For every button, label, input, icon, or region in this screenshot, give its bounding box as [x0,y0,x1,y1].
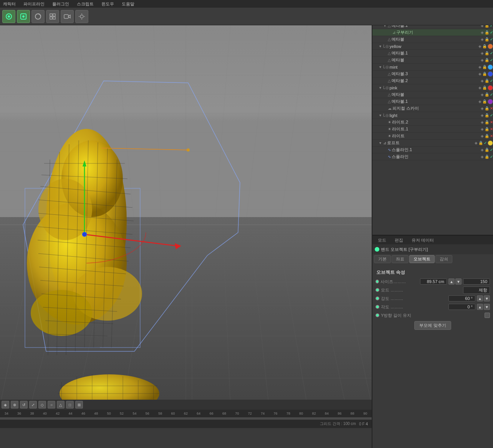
expand-loft[interactable]: ▼ [379,141,382,145]
mb-y2-check: ✓ [490,58,493,62]
tree-item-light-group[interactable]: ▼ L◎ light ◈ 🔒 ✓ [372,112,493,119]
tree-item-sky[interactable]: ☁ 피지컬 스카이 ◈ 🔒 ✕ [372,105,493,112]
yellow2-label: yellow [390,44,478,49]
move-icon[interactable]: ⇔ [333,28,341,36]
vis-loft: ◈ [475,141,478,145]
light-g-check: ✓ [490,113,493,117]
tree-item-spline1[interactable]: ∿ 스플라인.1 ◈ 🔒 ✓ [372,147,493,153]
mode-button[interactable] [31,10,45,23]
menu-item-window[interactable]: 윈도우 [100,1,116,7]
tree-item-yellow2[interactable]: ▼ L◎ yellow ◈ 🔒 [372,43,493,50]
expand-pink[interactable]: ▼ [379,86,382,90]
sky-x: ✕ [490,106,493,110]
tree-item-light0[interactable]: ☀ 라이트 ◈ 🔒 ✕ [372,133,493,140]
tree-item-light2[interactable]: ☀ 라이트.2 ◈ 🔒 ✕ [372,119,493,126]
tick-72: 72 [243,412,256,415]
size-value[interactable]: 89.57 cm [420,278,447,285]
tree-item-spline0[interactable]: ∿ 스플라인 ◈ 🔒 ✓ [372,153,493,160]
tree-item-mb-y1[interactable]: △ 메타볼.1 ◈ 🔒 ✓ [372,50,493,57]
bt-mode4[interactable]: □ [66,401,74,408]
strength-radio [376,296,379,300]
tree-item-mb-p2[interactable]: △ 메타볼.1 ◈ 🔒 [372,98,493,105]
align-btn[interactable]: 부모에 맞추기 [414,321,451,330]
bt-select[interactable]: ◈ [2,401,9,408]
light-button[interactable] [75,10,88,23]
tree-item-mint[interactable]: ▼ L◎ mint ◈ 🔒 [372,64,493,71]
loft-check: ✓ [484,141,487,145]
svg-point-65 [31,290,92,336]
strength-label: 강도 ……… [381,296,423,301]
tick-90: 90 [359,412,372,415]
menu-item-help[interactable]: 도움말 [120,1,136,7]
expand-mint[interactable]: ▼ [379,65,382,69]
tree-item-mb-p1[interactable]: △ 메타볼 ◈ 🔒 ✓ [372,91,493,98]
expand-light[interactable]: ▼ [379,114,382,117]
tree-item-mb-m3[interactable]: △ 메타볼.3 ◈ 🔒 [372,71,493,77]
prop-tab-falloff[interactable]: 감쇠 [435,255,452,263]
strength-up[interactable]: ▲ [477,295,483,301]
prop-tab-basic[interactable]: 기본 [374,255,391,263]
bt-mode1[interactable]: ◇ [38,401,46,408]
bp-tab-edit[interactable]: 편집 [391,237,407,244]
bt-rotate[interactable]: ↺ [20,401,28,408]
tree-item-mb-y2[interactable]: △ 메타볼 ◈ 🔒 ✓ [372,57,493,64]
menu-item-character[interactable]: 캐릭터 [2,1,17,7]
menu-item-pipeline[interactable]: 파이프라인 [22,1,46,7]
light0-icon: ☀ [388,134,391,138]
mint-dot [488,64,493,70]
prop-tab-object[interactable]: 오브젝트 [409,255,435,263]
angle-up[interactable]: ▲ [477,304,483,310]
size-value2[interactable]: 150 [463,278,490,285]
vis-spline0: ◈ [481,155,484,159]
mb-p1-label: 메타볼 [392,92,480,97]
strength-down[interactable]: ▼ [484,295,490,301]
angle-down[interactable]: ▼ [484,304,490,310]
size-up[interactable]: ▲ [448,278,455,285]
light0-label: 라이트 [392,133,480,139]
expand-yellow2[interactable]: ▼ [379,44,382,48]
bt-mode3[interactable]: △ [57,401,65,408]
lock-light0: 🔒 [485,134,489,138]
menu-item-plugin[interactable]: 플러그인 [51,1,71,7]
bt-move[interactable]: ⊕ [11,401,18,408]
tree-item-loft[interactable]: ▼ ⊿ 로프트 ◈ 🔒 ✓ [372,140,493,147]
tree-item-light1[interactable]: ☀ 라이트.1 ◈ 🔒 ✕ [372,126,493,133]
camera-nav-icon[interactable]: ⊙ [361,28,369,36]
status-bar: 그리드 간격 : 100 cm 0 F 4 [0,420,372,428]
prop-tabs: 기본 좌표 오브젝트 감쇠 [372,254,493,264]
prop-section-title: 오브젝트 속성 [374,268,491,277]
size-down[interactable]: ▼ [455,278,462,285]
metaball-main-label: 메타볼 [392,36,480,42]
lock-spline1: 🔒 [485,148,489,152]
prop-tab-coord[interactable]: 좌표 [392,255,409,263]
mode-value[interactable]: 제항 [463,287,490,294]
grid-button[interactable] [46,10,59,23]
mb-y2-icon: △ [388,58,391,62]
bt-mode2[interactable]: ○ [48,401,55,408]
select-button[interactable] [2,10,15,23]
tick-48: 48 [90,412,103,415]
lock-p2: 🔒 [482,99,487,104]
rotate-icon[interactable]: ↕ [342,28,350,36]
bp-tab-mode[interactable]: 모드 [374,237,390,244]
bt-mode5[interactable]: ⊞ [75,401,83,408]
bp-tab-userdata[interactable]: 유저 데이터 [408,237,438,244]
angle-stepper: ▲ ▼ [477,304,490,310]
tree-item-mb-m2[interactable]: △ 메타볼.2 ◈ 🔒 ✓ [372,77,493,84]
angle-value[interactable]: 0 ° [448,304,475,310]
tree-item-bend[interactable]: ⊿ 구부리기 ◈ 🔒 ✓ [372,29,493,36]
tick-82: 82 [308,412,320,415]
viewport[interactable]: ⇔ ↕ ⊕ ⊙ [0,25,372,405]
bt-scale[interactable]: ⤢ [29,401,37,408]
tree-item-metaball-main[interactable]: △ 메타볼 ◈ 🔒 ✓ [372,36,493,43]
menu-item-script[interactable]: 스크립트 [75,1,95,7]
snap-button[interactable] [17,10,30,23]
mb-m3-icon: △ [388,72,391,76]
mb-m2-check: ✓ [490,79,493,83]
strength-value[interactable]: 60 ° [448,295,475,301]
keep-y-radio [376,313,379,317]
tree-item-pink[interactable]: ▼ L◎ pink ◈ 🔒 [372,84,493,91]
camera-motion-button[interactable] [61,10,74,23]
zoom-icon[interactable]: ⊕ [352,28,359,36]
keep-y-checkbox[interactable] [485,313,490,318]
